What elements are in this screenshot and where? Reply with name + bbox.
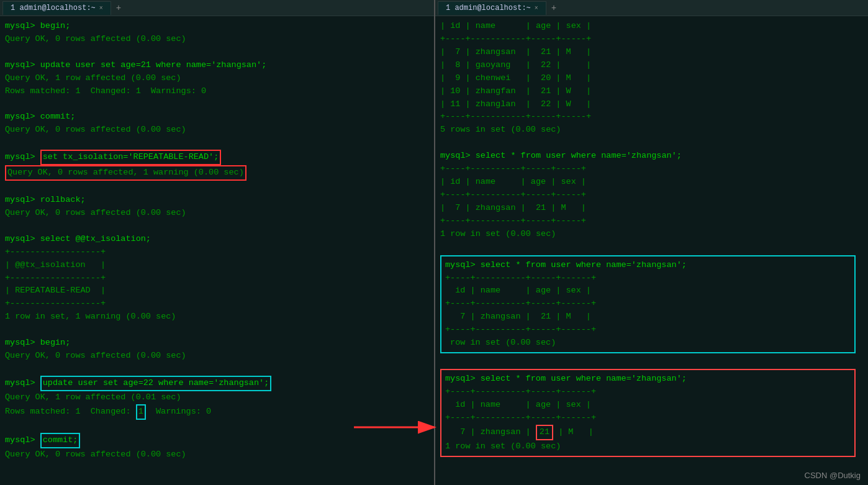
left-line-32: mysql> commit; <box>5 433 429 448</box>
left-line-11: mysql> set tx_isolation='REPEATABLE-READ… <box>5 150 429 165</box>
highlight-commit: commit; <box>40 433 81 448</box>
left-tab-close[interactable]: × <box>99 5 103 12</box>
right-line-18 <box>440 241 863 254</box>
left-line-1: mysql> begin; <box>5 20 429 33</box>
highlight-changed-1: 1 <box>136 404 146 420</box>
cyan-line-2: +----+----------+-----+------+ <box>445 272 851 285</box>
cyan-line-3: id | name | age | sex | <box>445 284 851 297</box>
left-line-25: mysql> begin; <box>5 337 429 350</box>
red-line-6: 1 row in set (0.00 sec) <box>445 440 851 453</box>
right-tab-label: 1 admin@localhost:~ <box>446 4 531 12</box>
left-line-16 <box>5 220 429 233</box>
left-line-5: Query OK, 1 row affected (0.00 sec) <box>5 72 429 85</box>
left-line-6: Rows matched: 1 Changed: 1 Warnings: 0 <box>5 85 429 98</box>
left-line-24 <box>5 324 429 337</box>
cyan-line-5: 7 | zhangsan | 21 | M | <box>445 310 851 324</box>
right-line-10 <box>440 137 863 150</box>
left-line-15: Query OK, 0 rows affected (0.00 sec) <box>5 207 429 220</box>
value-21-box: 21 <box>536 425 553 440</box>
left-line-21: | REPEATABLE-READ | <box>5 284 429 297</box>
right-line-16: +----+----------+-----+-----+ <box>440 215 863 228</box>
red-line-1: mysql> select * from user where name='zh… <box>445 373 851 386</box>
right-terminal-content: | id | name | age | sex | +----+--------… <box>435 16 868 485</box>
right-terminal: 1 admin@localhost:~ × + | id | name | ag… <box>435 0 868 485</box>
left-line-14: mysql> rollback; <box>5 194 429 207</box>
left-line-27 <box>5 363 429 376</box>
left-line-26: Query OK, 0 rows affected (0.00 sec) <box>5 350 429 363</box>
left-terminal: 1 admin@localhost:~ × + mysql> begin; Qu… <box>0 0 434 485</box>
left-terminal-content: mysql> begin; Query OK, 0 rows affected … <box>0 16 434 485</box>
right-tab-add[interactable]: + <box>548 3 560 13</box>
red-line-2: +----+----------+-----+------+ <box>445 386 851 399</box>
left-line-3 <box>5 46 429 59</box>
highlight-set-tx: set tx_isolation='REPEATABLE-READ'; <box>40 150 222 165</box>
left-line-33: Query OK, 0 rows affected (0.00 sec) <box>5 448 429 461</box>
red-line-4: +----+----------+-----+------+ <box>445 412 851 425</box>
right-tab-bar: 1 admin@localhost:~ × + <box>435 0 868 16</box>
left-line-28: mysql> update user set age=22 where name… <box>5 376 429 391</box>
right-tab-active[interactable]: 1 admin@localhost:~ × <box>438 1 546 15</box>
left-line-17: mysql> select @@tx_isolation; <box>5 233 429 246</box>
right-line-8: +----+-----------+-----+-----+ <box>440 111 863 124</box>
left-tab-label: 1 admin@localhost:~ <box>11 4 96 12</box>
left-line-18: +------------------+ <box>5 246 429 259</box>
right-line-13: | id | name | age | sex | <box>440 176 863 189</box>
cyan-line-6: +----+----------+-----+------+ <box>445 324 851 337</box>
right-line-15: | 7 | zhangsan | 21 | M | <box>440 202 863 215</box>
left-tab-bar: 1 admin@localhost:~ × + <box>0 0 434 16</box>
left-line-31 <box>5 420 429 433</box>
left-line-9: Query OK, 0 rows affected (0.00 sec) <box>5 124 429 137</box>
left-line-13 <box>5 181 429 194</box>
highlight-query-ok: Query OK, 0 rows affected, 1 warning (0.… <box>5 165 246 181</box>
watermark: CSDN @Dutkig <box>805 471 861 480</box>
highlight-update-age22: update user set age=22 where name='zhang… <box>40 376 272 391</box>
red-line-5: 7 | zhangsan | 21 | M | <box>445 425 851 440</box>
left-line-22: +------------------+ <box>5 297 429 310</box>
left-tab-add[interactable]: + <box>112 3 125 13</box>
red-line-3: id | name | age | sex | <box>445 399 851 412</box>
right-line-4: | 8 | gaoyang | 22 | | <box>440 59 863 72</box>
right-line-1: | id | name | age | sex | <box>440 20 863 33</box>
right-line-2: +----+-----------+-----+-----+ <box>440 33 863 46</box>
left-line-29: Query OK, 1 row affected (0.01 sec) <box>5 391 429 404</box>
cyan-line-7: row in set (0.00 sec) <box>445 337 851 350</box>
right-line-7: | 11 | zhanglan | 22 | W | <box>440 98 863 111</box>
left-line-20: +------------------+ <box>5 272 429 285</box>
right-line-5: | 9 | chenwei | 20 | M | <box>440 72 863 85</box>
right-line-6: | 10 | zhangfan | 21 | W | <box>440 85 863 98</box>
red-section: mysql> select * from user where name='zh… <box>440 369 856 457</box>
left-line-19: | @@tx_isolation | <box>5 259 429 272</box>
cyan-line-1: mysql> select * from user where name='zh… <box>445 259 851 272</box>
left-line-7 <box>5 98 429 111</box>
left-line-10 <box>5 137 429 150</box>
right-line-17: 1 row in set (0.00 sec) <box>440 228 863 241</box>
left-line-4: mysql> update user set age=21 where name… <box>5 59 429 72</box>
left-line-23: 1 row in set, 1 warning (0.00 sec) <box>5 310 429 324</box>
left-line-8: mysql> commit; <box>5 111 429 124</box>
left-tab-active[interactable]: 1 admin@localhost:~ × <box>2 1 111 15</box>
right-line-11: mysql> select * from user where name='zh… <box>440 150 863 163</box>
right-line-3: | 7 | zhangsan | 21 | M | <box>440 46 863 59</box>
right-line-12: +----+----------+-----+-----+ <box>440 163 863 176</box>
left-line-30: Rows matched: 1 Changed: 1 Warnings: 0 <box>5 404 429 420</box>
right-line-14: +----+----------+-----+-----+ <box>440 189 863 202</box>
cyan-line-4: +----+----------+-----+------+ <box>445 297 851 310</box>
right-spacer <box>440 355 863 368</box>
right-line-9: 5 rows in set (0.00 sec) <box>440 124 863 137</box>
left-line-12: Query OK, 0 rows affected, 1 warning (0.… <box>5 165 429 181</box>
left-line-2: Query OK, 0 rows affected (0.00 sec) <box>5 33 429 46</box>
cyan-section: mysql> select * from user where name='zh… <box>440 255 856 353</box>
right-tab-close[interactable]: × <box>535 5 538 12</box>
